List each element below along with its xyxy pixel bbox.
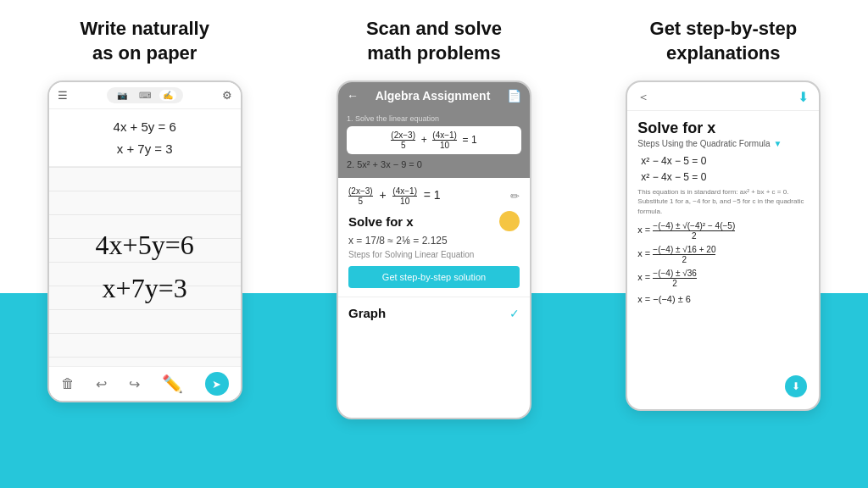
col2-title: Scan and solve math problems: [366, 17, 502, 65]
typed-equations: 4x + 5y = 6 x + 7y = 3: [49, 109, 241, 167]
send-button[interactable]: ➤: [205, 372, 229, 396]
column-1: Write naturally as on paper ☰ 📷 ⌨ ✍ ⚙ 4x…: [0, 0, 289, 488]
tab-draw[interactable]: ✍: [159, 90, 176, 101]
fraction-eq4: x = −(−4) ± 6: [637, 292, 809, 308]
menu-icon: ☰: [58, 89, 68, 102]
graph-card: Graph ✓: [338, 297, 530, 329]
doc-icon: 📄: [507, 89, 521, 103]
typed-eq1: 4x + 5y = 6: [63, 116, 227, 138]
eq-display-row: (2x−3)5 + (4x−1)10 = 1 ✏: [348, 186, 520, 206]
steps-label: Steps for Solving Linear Equation: [348, 250, 520, 259]
solve-title-row: Solve for x: [348, 211, 520, 231]
col3-title: Get step-by-step explanations: [650, 17, 798, 65]
typed-eq2: x + 7y = 3: [63, 138, 227, 160]
tab-type[interactable]: ⌨: [136, 90, 154, 101]
graph-check-icon: ✓: [509, 307, 520, 320]
pencil-icon: ✏️: [162, 374, 183, 394]
handwritten-eq2: x+7y=3: [103, 267, 187, 310]
handwritten-eq1: 4x+5y=6: [96, 224, 194, 267]
assign-title: Algebra Assignment: [365, 89, 500, 103]
assign-eq-box: (2x−3)5 + (4x−1)10 = 1: [347, 126, 521, 154]
phone-mockup-1: ☰ 📷 ⌨ ✍ ⚙ 4x + 5y = 6 x + 7y = 3 4x+5y=6…: [47, 80, 242, 402]
fraction-eq2: x = −(−4) ± √16 + 20 2: [637, 245, 809, 264]
displayed-equation: (2x−3)5 + (4x−1)10 = 1: [348, 186, 441, 206]
back-arrow-icon[interactable]: ←: [347, 89, 359, 103]
step-eq1: x² − 4x − 5 = 0: [637, 155, 809, 167]
assignment-area: 1. Solve the linear equation (2x−3)5 + (…: [338, 109, 530, 178]
column-3: Get step-by-step explanations ＜ ⬇ Solve …: [579, 0, 868, 488]
phone2-header: ← Algebra Assignment 📄: [338, 82, 530, 109]
assign-label1: 1. Solve the linear equation: [347, 114, 521, 123]
phone-mockup-3: ＜ ⬇ Solve for x Steps Using the Quadrati…: [626, 80, 821, 411]
tab-bar: 📷 ⌨ ✍: [107, 87, 183, 103]
equation-card: (2x−3)5 + (4x−1)10 = 1 ✏ Solve for x x =…: [338, 178, 530, 297]
assign-eq1: (2x−3)5 + (4x−1)10 = 1: [391, 134, 476, 146]
fraction-eq3: x = −(−4) ± √36 2: [637, 269, 809, 288]
solve-for-x-heading: Solve for x: [637, 119, 809, 137]
yellow-dot-icon: [499, 211, 520, 231]
step-by-step-button[interactable]: Get step-by-step solution: [348, 266, 520, 288]
method-row: Steps Using the Quadratic Formula ▼: [637, 139, 809, 148]
phone3-share-icon[interactable]: ⬇: [798, 89, 809, 105]
explanation-text: This equation is in standard form: ax² +…: [637, 187, 809, 216]
solve-title-text: Solve for x: [348, 214, 414, 229]
phone1-bottombar: 🗑 ↩ ↪ ✏️ ➤: [49, 366, 241, 401]
fraction-eq1: x = −(−4) ± √(−4)² − 4(−5) 2: [637, 221, 809, 241]
col1-title: Write naturally as on paper: [80, 17, 209, 65]
dropdown-icon[interactable]: ▼: [774, 139, 782, 148]
phone-mockup-2: ← Algebra Assignment 📄 1. Solve the line…: [337, 80, 531, 419]
assign-eq2: 2. 5x² + 3x − 9 = 0: [347, 158, 521, 171]
tab-scan[interactable]: 📷: [114, 90, 131, 101]
graph-title[interactable]: Graph: [348, 306, 386, 320]
edit-pencil-icon[interactable]: ✏: [510, 190, 520, 202]
column-2: Scan and solve math problems ← Algebra A…: [289, 0, 578, 488]
solve-value: x = 17/8 ≈ 2⅛ = 2.125: [348, 235, 520, 247]
phone3-topbar: ＜ ⬇: [627, 82, 819, 111]
phone1-topbar: ☰ 📷 ⌨ ✍ ⚙: [49, 82, 241, 109]
trash-icon[interactable]: 🗑: [61, 376, 75, 391]
phone3-body: Solve for x Steps Using the Quadratic Fo…: [627, 111, 819, 404]
settings-icon[interactable]: ⚙: [222, 89, 232, 102]
step-eq2: x² − 4x − 5 = 0: [637, 171, 809, 183]
method-label: Steps Using the Quadratic Formula: [637, 139, 770, 148]
handwriting-canvas[interactable]: 4x+5y=6 x+7y=3: [49, 167, 241, 366]
undo-icon[interactable]: ↩: [96, 376, 107, 392]
phone3-back-icon[interactable]: ＜: [637, 90, 649, 105]
redo-icon[interactable]: ↪: [129, 376, 140, 392]
